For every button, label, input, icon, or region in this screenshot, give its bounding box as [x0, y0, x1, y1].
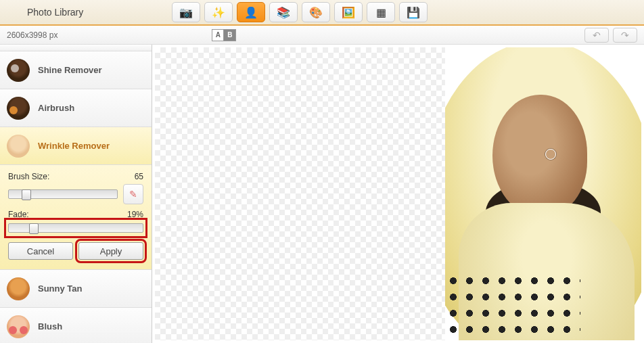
- status-bar: 2606x3998 px A B ↶ ↷: [0, 26, 644, 45]
- cancel-button[interactable]: Cancel: [8, 242, 73, 260]
- undo-button[interactable]: ↶: [584, 28, 609, 43]
- tool-airbrush[interactable]: Airbrush: [0, 89, 152, 127]
- tool-blush[interactable]: Blush: [0, 308, 152, 343]
- person-icon[interactable]: 👤: [237, 2, 265, 22]
- brush-size-slider[interactable]: [8, 189, 118, 199]
- tool-label: Blush: [38, 321, 62, 331]
- face-icon: [7, 277, 30, 300]
- face-icon: [7, 59, 30, 82]
- fade-value: 19%: [127, 210, 143, 219]
- eraser-icon: ✎: [129, 189, 137, 200]
- compare-toggle[interactable]: A B: [212, 29, 236, 41]
- face-icon: [7, 135, 30, 158]
- mode-buttons: 📷 ✨ 👤 📚 🎨 🖼️ ▦ 💾: [172, 2, 428, 22]
- brush-size-label: Brush Size:: [8, 172, 49, 181]
- tool-label: Sunny Tan: [38, 283, 82, 294]
- tool-sunny-tan[interactable]: Sunny Tan: [0, 270, 152, 308]
- redo-button[interactable]: ↷: [613, 28, 637, 43]
- image-subject: [445, 47, 641, 340]
- apply-button[interactable]: Apply: [78, 242, 143, 260]
- tool-label: Airbrush: [38, 103, 74, 113]
- save-icon[interactable]: 💾: [399, 2, 428, 22]
- face-icon: [7, 315, 30, 338]
- checker-icon[interactable]: ▦: [367, 2, 395, 22]
- camera-icon[interactable]: 📷: [172, 2, 200, 22]
- app-title: Photo Library: [7, 7, 104, 18]
- tool-options-panel: Brush Size: 65 ✎ Fade: 19% Cancel Apply: [0, 165, 152, 270]
- fade-slider[interactable]: [8, 223, 143, 233]
- compare-b[interactable]: B: [224, 29, 236, 41]
- top-toolbar: Photo Library 📷 ✨ 👤 📚 🎨 🖼️ ▦ 💾: [0, 0, 644, 26]
- brush-size-value: 65: [135, 172, 143, 181]
- list-item[interactable]: [0, 45, 152, 51]
- layers-icon[interactable]: 📚: [269, 2, 298, 22]
- magic-wand-icon[interactable]: ✨: [204, 2, 233, 22]
- tool-label: Shine Remover: [38, 65, 102, 75]
- palette-icon[interactable]: 🎨: [302, 2, 330, 22]
- tool-wrinkle-remover[interactable]: Wrinkle Remover: [0, 127, 152, 165]
- tool-sidebar: Shine Remover Airbrush Wrinkle Remover B…: [0, 45, 152, 343]
- tool-label: Wrinkle Remover: [38, 141, 110, 151]
- tool-shine-remover[interactable]: Shine Remover: [0, 51, 152, 89]
- picture-icon[interactable]: 🖼️: [334, 2, 363, 22]
- fade-label: Fade:: [8, 210, 29, 219]
- face-icon: [7, 97, 30, 120]
- compare-a[interactable]: A: [212, 29, 224, 41]
- image-dimensions: 2606x3998 px: [7, 30, 58, 40]
- brush-cursor-icon: [545, 149, 556, 160]
- canvas-area[interactable]: [152, 45, 644, 343]
- eraser-button[interactable]: ✎: [123, 184, 143, 204]
